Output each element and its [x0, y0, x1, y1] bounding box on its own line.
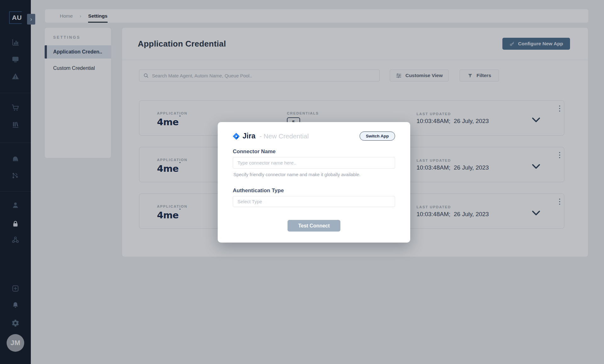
modal-app-name: Jira	[243, 132, 255, 140]
app-canvas: AU ›	[0, 0, 604, 364]
modal-header: Jira - New Credential Switch App	[233, 132, 395, 141]
connector-name-helper: Specify friendly connector name and make…	[233, 172, 361, 177]
test-connect-button[interactable]: Test Connect	[288, 220, 340, 232]
modal-title: Jira - New Credential	[233, 132, 309, 140]
connector-name-input[interactable]	[233, 157, 395, 169]
new-credential-modal: Jira - New Credential Switch App Connect…	[218, 122, 410, 243]
switch-app-button[interactable]: Switch App	[360, 132, 395, 141]
connector-name-label: Connector Name	[233, 148, 276, 155]
jira-icon	[233, 133, 240, 140]
modal-title-suffix: - New Credential	[260, 132, 309, 140]
auth-type-select[interactable]	[233, 196, 395, 207]
auth-type-label: Authentication Type	[233, 188, 284, 194]
